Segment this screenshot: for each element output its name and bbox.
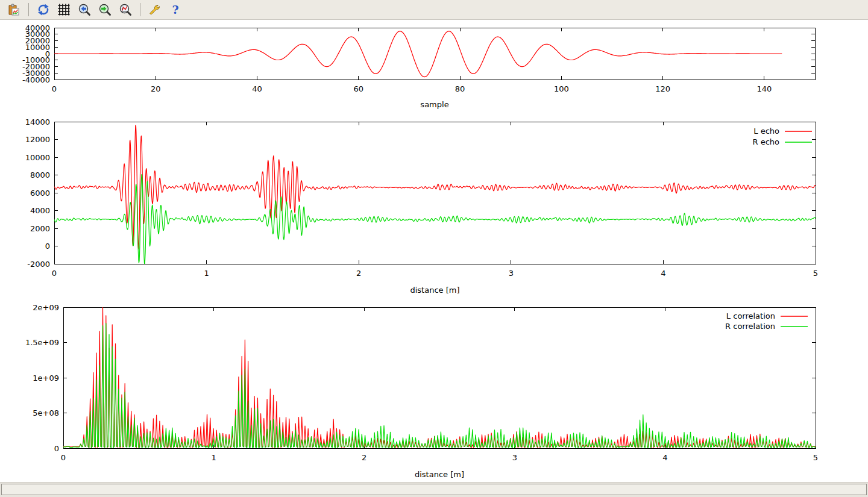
svg-text:10000: 10000 [25, 153, 50, 162]
legend: L echoR echo [752, 127, 812, 146]
svg-text:L echo: L echo [753, 127, 779, 136]
svg-text:40000: 40000 [25, 23, 50, 33]
help-button[interactable]: ? [166, 1, 184, 18]
svg-text:1.5e+09: 1.5e+09 [25, 338, 59, 347]
svg-text:0: 0 [45, 242, 50, 251]
svg-text:140: 140 [756, 84, 772, 93]
legend: L correlationR correlation [725, 311, 808, 331]
svg-text:4: 4 [662, 453, 667, 462]
svg-text:80: 80 [455, 84, 465, 93]
gnuplot-window: ? 020406080100120140-40000-30000-20000-1… [0, 0, 868, 497]
svg-text:2e+09: 2e+09 [33, 303, 59, 312]
svg-text:0: 0 [61, 453, 66, 462]
zoom-previous-icon [78, 3, 91, 16]
chart-1: 020406080100120140-40000-30000-20000-100… [22, 23, 815, 110]
svg-text:0: 0 [54, 444, 59, 453]
series-l-echo [54, 125, 816, 249]
svg-text:14000: 14000 [25, 117, 50, 127]
svg-text:120: 120 [655, 84, 670, 93]
svg-text:4000: 4000 [30, 206, 50, 215]
svg-text:L correlation: L correlation [726, 311, 775, 320]
svg-text:5: 5 [813, 453, 818, 462]
replot-button[interactable] [34, 1, 52, 18]
replot-icon [37, 3, 50, 16]
toolbar-separator [28, 3, 29, 16]
chart-2: 012345-200002000400060008000100001200014… [25, 117, 819, 295]
series-l-correlation [63, 307, 818, 448]
series-r-correlation [63, 324, 818, 448]
series-pulse [54, 31, 782, 77]
svg-text:5e+08: 5e+08 [33, 408, 59, 417]
status-field [1, 484, 867, 495]
zoom-previous-button[interactable] [75, 1, 93, 18]
svg-text:1: 1 [211, 453, 216, 462]
svg-text:1: 1 [204, 269, 209, 278]
svg-text:40: 40 [252, 84, 262, 93]
svg-text:2000: 2000 [30, 224, 50, 233]
zoom-autoscale-icon [119, 3, 132, 16]
svg-text:3: 3 [512, 453, 517, 462]
axis-ticks [54, 122, 816, 264]
svg-text:5: 5 [813, 269, 818, 278]
clipboard-chart-icon [7, 3, 20, 16]
svg-text:?: ? [172, 3, 178, 16]
x-axis-label: distance [m] [415, 470, 464, 479]
svg-text:0: 0 [52, 84, 57, 93]
autoscale-button[interactable] [116, 1, 134, 18]
svg-text:60: 60 [354, 84, 364, 93]
zoom-next-icon [98, 3, 112, 16]
svg-text:20: 20 [151, 84, 161, 93]
x-axis-label: sample [420, 100, 448, 109]
wrench-icon [148, 3, 162, 16]
plots-canvas[interactable]: 020406080100120140-40000-30000-20000-100… [0, 0, 868, 482]
svg-text:4: 4 [661, 269, 665, 278]
axis-ticks [63, 307, 816, 448]
svg-text:R correlation: R correlation [725, 322, 775, 331]
copy-button[interactable] [5, 1, 23, 18]
toolbar-separator [140, 3, 140, 16]
help-icon: ? [169, 3, 182, 16]
chart-3: 01234505e+081e+091.5e+092e+09distance [m… [25, 303, 818, 480]
svg-text:2: 2 [356, 269, 361, 278]
svg-text:6000: 6000 [30, 189, 50, 198]
svg-text:-2000: -2000 [27, 260, 50, 269]
x-axis-label: distance [m] [410, 286, 459, 295]
statusbar [0, 482, 868, 497]
grid-icon [57, 3, 71, 16]
svg-text:8000: 8000 [30, 170, 50, 180]
svg-text:0: 0 [52, 269, 57, 278]
plot-border [54, 122, 816, 264]
svg-text:3: 3 [509, 269, 514, 278]
svg-text:2: 2 [362, 453, 366, 462]
plot-border [63, 307, 816, 448]
toolbar: ? [0, 0, 868, 20]
config-button[interactable] [146, 1, 164, 18]
svg-text:100: 100 [554, 84, 569, 93]
svg-text:R echo: R echo [752, 137, 779, 146]
svg-text:1e+09: 1e+09 [33, 374, 59, 383]
zoom-next-button[interactable] [96, 1, 114, 18]
svg-text:12000: 12000 [25, 135, 50, 144]
grid-button[interactable] [55, 1, 73, 18]
